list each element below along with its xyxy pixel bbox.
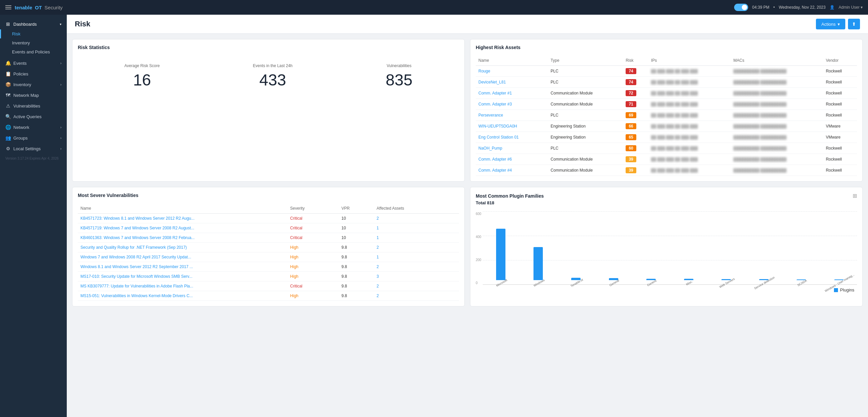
plugin-total-label: Total 818 <box>476 200 857 205</box>
sidebar-item-inventory[interactable]: 📦 Inventory › <box>0 79 67 90</box>
asset-name-link[interactable]: Perseverance <box>478 113 503 118</box>
header-actions: Actions ▾ ⬆ <box>816 19 860 29</box>
vuln-name-link[interactable]: KB4571719: Windows 7 and Windows Server … <box>81 226 194 230</box>
asset-type-cell: PLC <box>548 66 623 77</box>
asset-type-cell: Communication Module <box>548 88 623 99</box>
page-header: Risk Actions ▾ ⬆ <box>67 15 868 34</box>
sidebar-item-local-settings[interactable]: ⚙ Local Settings › <box>0 143 67 154</box>
vuln-name-cell: Windows 8.1 and Windows Server 2012 R2 S… <box>78 262 287 272</box>
theme-toggle[interactable] <box>734 4 748 11</box>
vuln-severity-cell: Critical <box>287 224 339 233</box>
chart-bar[interactable] <box>496 229 505 280</box>
affected-assets-link[interactable]: 1 <box>377 235 379 240</box>
affected-assets-link[interactable]: 2 <box>377 245 379 250</box>
legend-color-plugins <box>834 288 838 292</box>
sidebar-item-network[interactable]: 🌐 Network › <box>0 122 67 132</box>
content-grid: Risk Statistics Average Risk Score 16 Ev… <box>67 34 868 312</box>
asset-name-link[interactable]: Eng Control Station 01 <box>478 135 519 140</box>
col-macs: MACs <box>731 55 823 66</box>
asset-ips-cell: ██ ███.███ ██ ███.███ <box>648 121 731 132</box>
sidebar-item-risk[interactable]: Risk <box>0 29 67 38</box>
vuln-severity-cell: Critical <box>287 233 339 243</box>
bar-group: Microsoft <box>483 229 519 285</box>
asset-name-link[interactable]: Comm. Adapter #3 <box>478 102 512 107</box>
sidebar-item-policies[interactable]: 📋 Policies <box>0 68 67 79</box>
vuln-name-cell: KB4571719: Windows 7 and Windows Server … <box>78 224 287 233</box>
affected-assets-link[interactable]: 2 <box>377 284 379 289</box>
main-layout: ⊞ Dashboards ▾ Risk Inventory Events and… <box>0 15 868 417</box>
asset-name-link[interactable]: Comm. Adapter #4 <box>478 168 512 173</box>
vuln-severity-cell: High <box>287 252 339 262</box>
actions-button[interactable]: Actions ▾ <box>816 19 845 29</box>
network-map-icon: 🗺 <box>5 92 11 98</box>
vuln-name-cell: MS17-010: Security Update for Microsoft … <box>78 272 287 281</box>
vulnerabilities-title: Most Severe Vulnerabilities <box>78 192 459 198</box>
risk-badge: 74 <box>626 79 636 85</box>
asset-name-link[interactable]: NaOH_Pump <box>478 146 502 151</box>
vuln-name-cell: MS15-051: Vulnerabilities in Windows Ker… <box>78 291 287 301</box>
sidebar-item-groups[interactable]: 👥 Groups › <box>0 132 67 143</box>
affected-assets-link[interactable]: 1 <box>377 226 379 230</box>
asset-name-link[interactable]: Comm. Adapter #6 <box>478 157 512 161</box>
severity-badge: High <box>290 274 299 279</box>
grid-view-icon[interactable]: ⊞ <box>852 192 857 199</box>
vuln-name-link[interactable]: KB4571723: Windows 8.1 and Windows Serve… <box>81 216 195 221</box>
asset-name-cell: Comm. Adapter #1 <box>476 88 548 99</box>
asset-risk-cell: 69 <box>623 110 648 121</box>
vuln-name-link[interactable]: MS17-010: Security Update for Microsoft … <box>81 274 192 279</box>
sidebar-events-label: Events <box>13 61 27 66</box>
affected-assets-link[interactable]: 2 <box>377 294 379 298</box>
table-row: Eng Control Station 01 Engineering Stati… <box>476 132 857 143</box>
table-row: KB4571723: Windows 8.1 and Windows Serve… <box>78 214 459 224</box>
risk-badge: 71 <box>626 101 636 107</box>
vulnerabilities-table: Name Severity VPR Affected Assets KB4571… <box>78 203 459 301</box>
vuln-name-link[interactable]: MS KB3079777: Update for Vulnerabilities… <box>81 284 193 289</box>
vuln-vpr-cell: 9.8 <box>339 252 374 262</box>
severity-badge: High <box>290 294 299 298</box>
asset-name-link[interactable]: Comm. Adapter #1 <box>478 91 512 95</box>
export-button[interactable]: ⬆ <box>848 19 860 29</box>
chart-bar[interactable] <box>533 247 543 280</box>
vuln-name-link[interactable]: KB4601363: Windows 7 and Windows Server … <box>81 235 195 240</box>
vuln-name-link[interactable]: Windows 8.1 and Windows Server 2012 R2 S… <box>81 264 193 269</box>
risk-assets-thead: Name Type Risk IPs MACs Vendor <box>476 55 857 66</box>
bar-group: SCADA <box>783 279 819 285</box>
table-row: Comm. Adapter #3 Communication Module 71… <box>476 99 857 110</box>
sidebar-events-policies-label: Events and Policies <box>12 50 50 54</box>
actions-chevron-icon: ▾ <box>838 22 840 27</box>
sidebar-item-events-policies[interactable]: Events and Policies <box>0 48 67 56</box>
groups-icon: 👥 <box>5 135 11 141</box>
asset-vendor-cell: Rockwell <box>823 165 857 176</box>
table-row: Perseverance PLC 69 ██ ███.███ ██ ███.██… <box>476 110 857 121</box>
vuln-name-link[interactable]: MS15-051: Vulnerabilities in Windows Ker… <box>81 294 193 298</box>
actions-label: Actions <box>821 22 836 27</box>
local-settings-icon: ⚙ <box>5 146 11 151</box>
asset-name-cell: Eng Control Station 01 <box>476 132 548 143</box>
affected-assets-link[interactable]: 2 <box>377 216 379 221</box>
risk-badge: 72 <box>626 90 636 96</box>
sidebar-item-vulnerabilities[interactable]: ⚠ Vulnerabilities <box>0 100 67 111</box>
topbar-left: tenable OT Security <box>5 5 63 10</box>
asset-name-link[interactable]: WIN-UEUPT5DGA0H <box>478 124 517 128</box>
asset-name-link[interactable]: Rouge <box>478 69 490 73</box>
vuln-affected-cell: 1 <box>374 233 459 243</box>
asset-risk-cell: 66 <box>623 121 648 132</box>
affected-assets-link[interactable]: 1 <box>377 255 379 260</box>
affected-assets-link[interactable]: 3 <box>377 274 379 279</box>
sidebar-item-inventory-dash[interactable]: Inventory <box>0 38 67 48</box>
vuln-name-link[interactable]: Windows 7 and Windows 2008 R2 April 2017… <box>81 255 191 260</box>
sidebar-item-network-map[interactable]: 🗺 Network Map <box>0 90 67 100</box>
plugin-families-card: Most Common Plugin Families ⊞ Total 818 … <box>470 187 863 306</box>
sidebar-item-events[interactable]: 🔔 Events › <box>0 58 67 68</box>
sidebar-item-dashboards[interactable]: ⊞ Dashboards ▾ <box>0 19 67 29</box>
hamburger-menu[interactable] <box>5 5 11 9</box>
asset-ips-cell: ██ ███.███ ██ ███.███ <box>648 143 731 154</box>
vuln-name-link[interactable]: Security and Quality Rollup for .NET Fra… <box>81 245 187 250</box>
asset-name-link[interactable]: DeviceNet_L81 <box>478 80 506 85</box>
bar-group: Web Servers <box>708 279 744 285</box>
vuln-affected-cell: 1 <box>374 224 459 233</box>
asset-macs-cell: ██████████ ██████████ <box>731 66 823 77</box>
avg-risk-label: Average Risk Score <box>125 63 160 68</box>
affected-assets-link[interactable]: 2 <box>377 264 379 269</box>
sidebar-item-active-queries[interactable]: 🔍 Active Queries <box>0 111 67 122</box>
